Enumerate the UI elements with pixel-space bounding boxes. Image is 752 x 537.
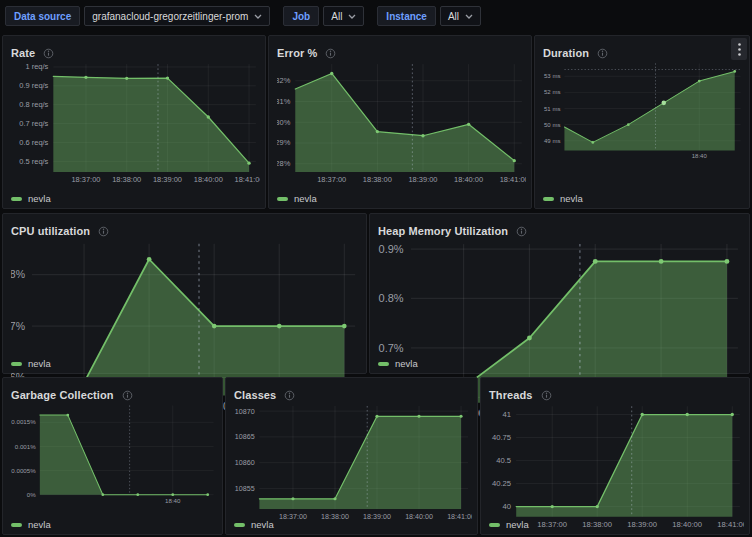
- panel-rate: Rate 1 req/s0.9 req/s0.8 req/s0.7 req/s0…: [2, 35, 266, 209]
- svg-text:18:37:00: 18:37:00: [71, 175, 100, 184]
- svg-text:0.8%: 0.8%: [379, 292, 404, 304]
- info-icon[interactable]: [122, 390, 133, 401]
- datasource-label: Data source: [5, 6, 80, 26]
- series-area: [32, 259, 344, 395]
- svg-text:0.001%: 0.001%: [15, 443, 36, 450]
- legend-label: nevla: [251, 519, 274, 530]
- legend-label: nevla: [28, 519, 51, 530]
- panel-title[interactable]: CPU utilization: [11, 225, 90, 237]
- series-area: [295, 73, 514, 172]
- svg-text:18:41:00: 18:41:00: [500, 175, 526, 184]
- legend-series-color-icon: [11, 362, 22, 366]
- legend-label: nevla: [294, 193, 317, 204]
- panel-threads: Threads 4140.7540.540.254018:37:0018:38:…: [480, 377, 750, 535]
- info-icon[interactable]: [516, 226, 527, 237]
- info-icon[interactable]: [284, 390, 295, 401]
- svg-text:0.7 req/s: 0.7 req/s: [19, 119, 48, 128]
- svg-text:10860: 10860: [235, 459, 255, 467]
- svg-text:0.0015%: 0.0015%: [11, 418, 36, 425]
- panel-title[interactable]: Rate: [11, 47, 35, 59]
- svg-text:50 ms: 50 ms: [544, 122, 560, 128]
- svg-text:40: 40: [503, 502, 512, 511]
- legend-label: nevla: [506, 519, 529, 530]
- instance-label: Instance: [377, 6, 436, 26]
- svg-text:0.5 req/s: 0.5 req/s: [19, 157, 48, 166]
- instance-select[interactable]: All: [440, 6, 481, 26]
- panel-menu-kebab-icon[interactable]: [731, 38, 747, 60]
- legend-item[interactable]: nevla: [489, 519, 529, 530]
- svg-text:0.0005%: 0.0005%: [11, 467, 36, 474]
- legend-series-color-icon: [277, 197, 288, 201]
- svg-text:0.6 req/s: 0.6 req/s: [19, 138, 48, 147]
- svg-text:8%: 8%: [11, 268, 25, 280]
- panel-title[interactable]: Heap Memory Utilization: [378, 225, 508, 237]
- svg-text:10870: 10870: [235, 408, 255, 416]
- svg-text:0.9 req/s: 0.9 req/s: [19, 81, 48, 90]
- info-icon[interactable]: [43, 48, 54, 59]
- chevron-down-icon: [465, 14, 473, 19]
- error-percent-chart[interactable]: 32%31%30%29%28%18:37:0018:38:0018:39:001…: [277, 60, 526, 185]
- svg-text:10865: 10865: [235, 433, 255, 441]
- garbage-collection-chart[interactable]: 0.0015%0.001%0.0005%0%18:40: [11, 402, 217, 505]
- legend-item[interactable]: nevla: [543, 193, 583, 204]
- svg-text:18:40:00: 18:40:00: [672, 520, 702, 529]
- legend-item[interactable]: nevla: [11, 519, 51, 530]
- instance-value: All: [448, 11, 459, 22]
- legend-label: nevla: [560, 193, 583, 204]
- svg-text:32%: 32%: [277, 76, 291, 85]
- series-area: [516, 415, 732, 517]
- panel-cpu-utilization: CPU utilization 8%7%6%18:37:0018:38:0018…: [2, 213, 367, 374]
- svg-text:40.75: 40.75: [492, 433, 511, 442]
- svg-text:0.8 req/s: 0.8 req/s: [19, 100, 48, 109]
- legend-item[interactable]: nevla: [234, 519, 274, 530]
- svg-text:10855: 10855: [235, 485, 255, 493]
- highlighted-point: [662, 101, 667, 106]
- duration-chart[interactable]: 53 ms52 ms51 ms50 ms49 ms18:40: [543, 60, 744, 161]
- svg-text:29%: 29%: [277, 138, 291, 147]
- threads-chart[interactable]: 4140.7540.540.254018:37:0018:38:0018:39:…: [489, 402, 744, 530]
- panel-title[interactable]: Threads: [489, 389, 533, 401]
- svg-text:51 ms: 51 ms: [544, 106, 560, 112]
- datasource-select[interactable]: grafanacloud-gregorzeitlinger-prom: [84, 6, 270, 26]
- svg-text:18:40:00: 18:40:00: [405, 513, 433, 521]
- svg-text:18:38:00: 18:38:00: [112, 175, 141, 184]
- panel-duration: Duration 53 ms52 ms51 ms50 ms49 ms18:40 …: [534, 35, 750, 209]
- rate-chart[interactable]: 1 req/s0.9 req/s0.8 req/s0.7 req/s0.6 re…: [11, 60, 260, 185]
- panel-classes: Classes 1087010865108601085518:37:0018:3…: [225, 377, 478, 535]
- svg-text:18:40: 18:40: [692, 153, 708, 159]
- svg-text:18:40: 18:40: [165, 497, 181, 504]
- legend-item[interactable]: nevla: [277, 193, 317, 204]
- svg-text:0.7%: 0.7%: [379, 342, 404, 354]
- svg-text:18:39:00: 18:39:00: [408, 175, 437, 184]
- instance-group: Instance All: [377, 6, 481, 26]
- info-icon[interactable]: [325, 48, 336, 59]
- svg-text:18:38:00: 18:38:00: [363, 175, 392, 184]
- svg-text:18:40:00: 18:40:00: [454, 175, 483, 184]
- panel-title[interactable]: Error %: [277, 47, 317, 59]
- legend-item[interactable]: nevla: [11, 358, 51, 369]
- svg-text:18:39:00: 18:39:00: [363, 513, 391, 521]
- svg-text:49 ms: 49 ms: [544, 138, 560, 144]
- info-icon[interactable]: [541, 390, 552, 401]
- grafana-dashboard: Data source grafanacloud-gregorzeitlinge…: [0, 0, 752, 537]
- panel-title[interactable]: Garbage Collection: [11, 389, 114, 401]
- svg-text:28%: 28%: [277, 159, 291, 168]
- legend-label: nevla: [395, 358, 418, 369]
- svg-text:52 ms: 52 ms: [544, 89, 560, 95]
- job-value: All: [331, 11, 342, 22]
- legend-item[interactable]: nevla: [378, 358, 418, 369]
- panel-title[interactable]: Classes: [234, 389, 276, 401]
- svg-text:53 ms: 53 ms: [544, 73, 560, 79]
- svg-text:18:40:00: 18:40:00: [194, 175, 223, 184]
- classes-chart[interactable]: 1087010865108601085518:37:0018:38:0018:3…: [234, 402, 472, 521]
- svg-text:18:38:00: 18:38:00: [321, 513, 349, 521]
- info-icon[interactable]: [597, 48, 608, 59]
- svg-text:18:41:00: 18:41:00: [717, 520, 744, 529]
- svg-text:18:37:00: 18:37:00: [279, 513, 307, 521]
- job-select[interactable]: All: [323, 6, 364, 26]
- svg-text:7%: 7%: [11, 320, 25, 332]
- panel-title[interactable]: Duration: [543, 47, 589, 59]
- legend-item[interactable]: nevla: [11, 193, 51, 204]
- svg-text:1 req/s: 1 req/s: [26, 62, 49, 71]
- info-icon[interactable]: [98, 226, 109, 237]
